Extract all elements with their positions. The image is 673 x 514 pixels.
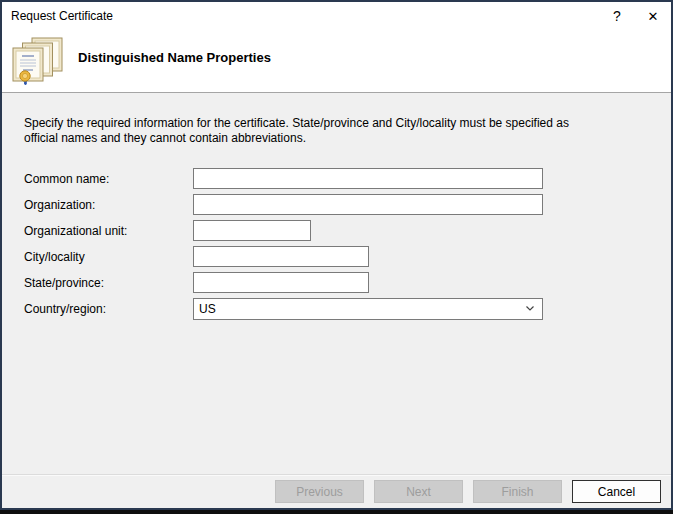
- country-region-select[interactable]: US: [193, 298, 543, 320]
- organization-input[interactable]: [193, 194, 543, 215]
- country-region-selected-value: US: [199, 302, 524, 316]
- certificates-stack-icon: [11, 37, 65, 91]
- background-strip: [0, 510, 673, 514]
- window-title: Request Certificate: [11, 9, 599, 23]
- request-certificate-dialog: Request Certificate ? ✕: [0, 0, 673, 510]
- titlebar: Request Certificate ? ✕: [2, 2, 671, 30]
- country-region-label: Country/region:: [24, 302, 106, 316]
- help-button[interactable]: ?: [599, 2, 635, 30]
- city-locality-label: City/locality: [24, 250, 85, 264]
- page-title: Distinguished Name Properties: [78, 50, 271, 65]
- wizard-footer: Previous Next Finish Cancel: [2, 474, 671, 508]
- state-province-label: State/province:: [24, 276, 104, 290]
- next-button[interactable]: Next: [374, 480, 463, 503]
- instructions-text: Specify the required information for the…: [24, 116, 576, 146]
- wizard-body: Specify the required information for the…: [2, 93, 671, 474]
- wizard-header: Distinguished Name Properties: [2, 30, 671, 93]
- organizational-unit-input[interactable]: [193, 220, 311, 241]
- organization-label: Organization:: [24, 198, 95, 212]
- common-name-input[interactable]: [193, 168, 543, 189]
- organizational-unit-label: Organizational unit:: [24, 224, 127, 238]
- common-name-label: Common name:: [24, 172, 109, 186]
- finish-button[interactable]: Finish: [473, 480, 562, 503]
- close-button[interactable]: ✕: [635, 2, 671, 30]
- cancel-button[interactable]: Cancel: [572, 480, 661, 503]
- state-province-input[interactable]: [193, 272, 369, 293]
- previous-button[interactable]: Previous: [275, 480, 364, 503]
- chevron-down-icon: [524, 302, 536, 317]
- help-icon: ?: [613, 8, 621, 24]
- city-locality-input[interactable]: [193, 246, 369, 267]
- close-icon: ✕: [648, 9, 659, 24]
